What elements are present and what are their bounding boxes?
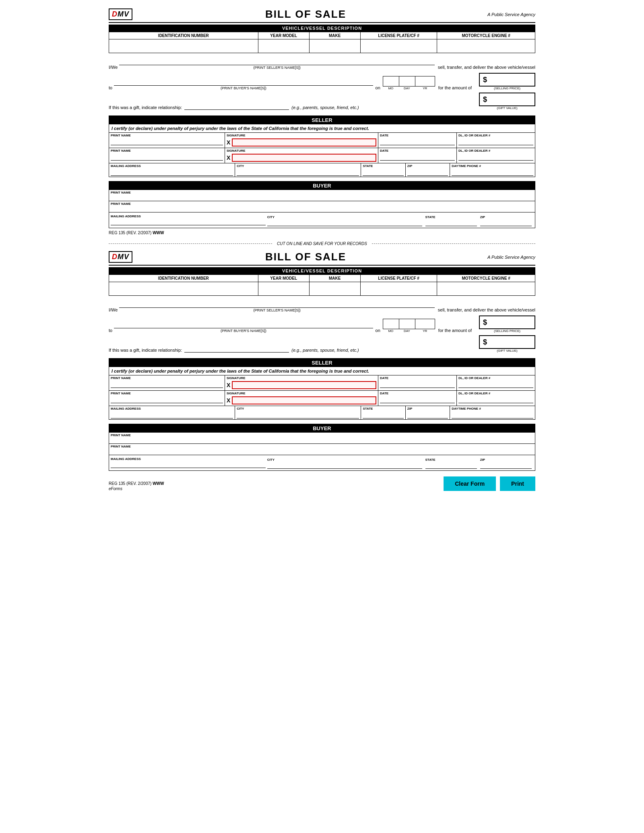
seller-date-input-1[interactable] xyxy=(380,138,455,145)
field-plate-2[interactable] xyxy=(360,282,437,296)
seller-dl-2-2: DL, ID OR DEALER # xyxy=(457,391,535,406)
gift-symbol: $ xyxy=(483,95,487,104)
buyer-name-input-2[interactable] xyxy=(131,202,533,211)
seller-state-input-2[interactable] xyxy=(363,411,403,419)
seller-dl-input-1[interactable] xyxy=(458,138,533,145)
sig-input-2[interactable] xyxy=(232,154,376,162)
buyer-state-input-2[interactable] xyxy=(425,462,477,469)
field-make-2[interactable] xyxy=(309,282,360,296)
seller-date-input-2-2[interactable] xyxy=(380,396,455,403)
seller-zip-input-2[interactable] xyxy=(407,411,448,419)
field-id-number[interactable] xyxy=(109,39,258,53)
seller-row-3: MAILING ADDRESS CITY STATE ZIP DAYTIME P… xyxy=(109,163,535,177)
field-engine[interactable] xyxy=(437,39,535,53)
seller-date-label-2-2: DATE xyxy=(380,392,455,395)
buyer-zip-label: ZIP xyxy=(480,215,485,219)
buyer-name-input-1[interactable] xyxy=(131,191,533,200)
gift-value-box-2[interactable]: $ xyxy=(479,335,535,349)
seller-mailing-input[interactable] xyxy=(111,169,233,176)
field-engine-2[interactable] xyxy=(437,282,535,296)
vehicle-table: IDENTIFICATION NUMBER YEAR MODEL MAKE LI… xyxy=(109,32,535,53)
sig-input-1-2[interactable] xyxy=(232,381,376,389)
buyer-name-field[interactable] xyxy=(114,78,373,86)
to-prefix: to xyxy=(109,85,112,90)
iwe-prefix-2: I/We xyxy=(109,307,118,312)
gift-relationship-field[interactable] xyxy=(184,103,289,110)
buyer-zip-input[interactable] xyxy=(480,219,532,226)
seller-name-field[interactable] xyxy=(119,58,434,65)
sig-x-1: X xyxy=(227,139,230,146)
seller-phone-input-2[interactable] xyxy=(452,411,533,419)
buyer-state-label-2: STATE xyxy=(425,458,436,462)
seller-section: SELLER I certify (or declare) under pena… xyxy=(109,115,535,177)
date-yr-field-2[interactable] xyxy=(415,319,435,329)
seller-date-2: DATE xyxy=(378,148,457,163)
selling-price-box-2[interactable]: $ xyxy=(479,315,535,329)
mo-label-2: MO xyxy=(383,329,399,333)
buyer-date-line: to (PRINT BUYER'S NAME[S]) on MO DAY xyxy=(109,73,535,90)
selling-price-box[interactable]: $ xyxy=(479,73,535,87)
buyer-zip-input-2[interactable] xyxy=(480,462,532,469)
seller-city-2: CITY xyxy=(235,406,361,419)
seller-state-input[interactable] xyxy=(363,169,403,176)
gift-value-box[interactable]: $ xyxy=(479,93,535,106)
clear-form-button[interactable]: Clear Form xyxy=(444,476,496,491)
seller-sig-label-1-2: SIGNATURE xyxy=(227,376,376,380)
field-id-number-2[interactable] xyxy=(109,282,258,296)
field-plate[interactable] xyxy=(360,39,437,53)
seller-dl-1: DL, ID OR DEALER # xyxy=(457,133,535,148)
field-make[interactable] xyxy=(309,39,360,53)
buyer-state-input[interactable] xyxy=(425,219,477,226)
seller-city-input[interactable] xyxy=(237,169,359,176)
seller-name-field-2[interactable] xyxy=(119,301,434,308)
date-day-field-2[interactable] xyxy=(399,319,415,329)
seller-zip-input[interactable] xyxy=(407,169,448,176)
seller-dl-input-2[interactable] xyxy=(458,153,533,161)
form-number-top: REG 135 (REV. 2/2007) xyxy=(109,231,151,235)
buyer-zip-label-2: ZIP xyxy=(480,458,485,462)
seller-city-input-2[interactable] xyxy=(237,411,359,419)
seller-mailing: MAILING ADDRESS xyxy=(109,163,235,177)
date-yr-field[interactable] xyxy=(415,76,435,87)
buyer-zip-container: ZIP xyxy=(479,213,533,227)
gift-line-2: If this was a gift, indicate relationshi… xyxy=(109,335,535,353)
seller-name-label-2: (PRINT SELLER'S NAME[S]) xyxy=(119,308,434,312)
sell-text-2: sell, transfer, and deliver the above ve… xyxy=(438,307,535,312)
date-mo-field-2[interactable] xyxy=(383,319,399,329)
seller-dl-input-1-2[interactable] xyxy=(458,381,533,388)
buyer-mailing-input-2[interactable] xyxy=(111,461,266,468)
seller-phone-input[interactable] xyxy=(452,169,533,176)
sig-input-1[interactable] xyxy=(232,138,376,146)
buyer-name-input-1-2[interactable] xyxy=(131,433,533,443)
seller-dl-input-2-2[interactable] xyxy=(458,396,533,403)
print-button[interactable]: Print xyxy=(500,476,535,491)
buyer-row-address-2: MAILING ADDRESS CITY STATE ZIP xyxy=(109,455,535,470)
seller-name-input-2[interactable] xyxy=(111,153,223,161)
footer-bottom: REG 135 (REV. 2/2007) WWW eForms Clear F… xyxy=(109,473,535,491)
sig-input-2-2[interactable] xyxy=(232,396,376,404)
field-year-model-2[interactable] xyxy=(258,282,309,296)
seller-name-input-1-2[interactable] xyxy=(111,381,223,388)
seller-date-input-2[interactable] xyxy=(380,153,455,161)
seller-date-input-1-2[interactable] xyxy=(380,381,455,388)
seller-state-label: STATE xyxy=(363,164,403,168)
buyer-name-input-2-2[interactable] xyxy=(131,445,533,454)
vehicle-section-header: VEHICLE/VESSEL DESCRIPTION xyxy=(109,25,535,32)
seller-signature-1: SIGNATURE X xyxy=(225,133,378,148)
buyer-mailing-input[interactable] xyxy=(111,218,266,225)
seller-header: SELLER xyxy=(109,116,535,124)
buyer-city-input-2[interactable] xyxy=(267,462,422,469)
gift-value-area-2: $ (GIFT VALUE) xyxy=(479,335,535,353)
gift-relationship-field-2[interactable] xyxy=(184,345,289,353)
seller-mailing-input-2[interactable] xyxy=(111,411,233,419)
buyer-city-input[interactable] xyxy=(267,219,422,226)
sell-text: sell, transfer, and deliver the above ve… xyxy=(438,65,535,70)
buyer-name-field-2[interactable] xyxy=(114,321,373,328)
date-day-field[interactable] xyxy=(399,76,415,87)
seller-name-input-1[interactable] xyxy=(111,138,223,145)
buyer-state-label: STATE xyxy=(425,215,436,219)
date-mo-field[interactable] xyxy=(383,76,399,87)
field-year-model[interactable] xyxy=(258,39,309,53)
seller-name-input-2-2[interactable] xyxy=(111,396,223,403)
seller-print-name-2: PRINT NAME xyxy=(109,148,225,163)
